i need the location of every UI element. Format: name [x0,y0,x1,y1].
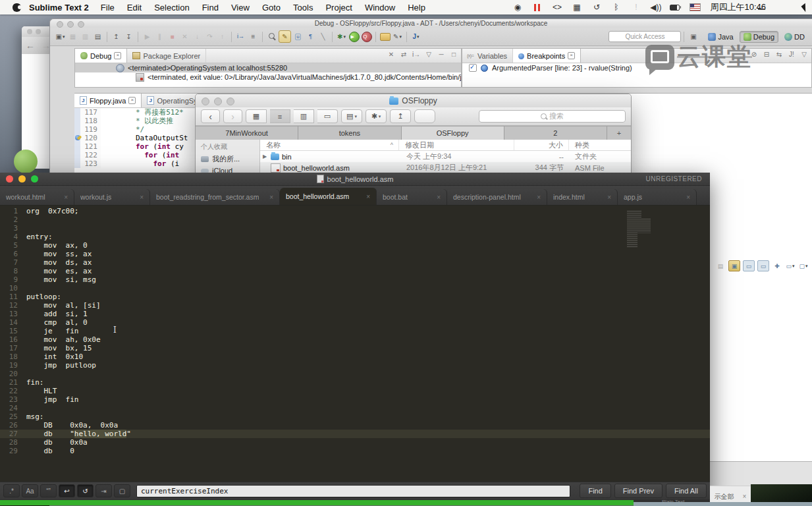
menu-item[interactable]: Goto [262,3,281,13]
resume-icon[interactable]: ▶ [142,31,153,42]
step-filters-icon[interactable]: i→ [235,31,246,42]
battery-icon[interactable] [670,2,681,13]
regex-icon[interactable]: .* [3,484,20,497]
column-header-date[interactable]: 修改日期 [399,140,514,150]
clear-console-icon[interactable]: ▤ [715,261,726,271]
perspective-button[interactable]: DD [781,32,808,42]
action-gear-icon[interactable]: ✱ [365,109,387,123]
sep[interactable] [231,32,232,42]
code-line[interactable]: 27 db "hello, world" [0,430,710,438]
sep[interactable] [262,32,263,42]
keyboard-icon[interactable]: ▦ [571,2,582,13]
breakpoint-gutter[interactable] [74,151,80,159]
print-icon[interactable]: ▤ [92,31,103,42]
menu-item[interactable]: View [231,3,250,13]
run-menu-icon[interactable]: ▶ [348,31,360,42]
block-selection-icon[interactable]: u [292,31,304,42]
finder-tab[interactable]: OSFloppy [402,126,504,140]
breakpoint-gutter[interactable] [74,159,80,168]
code-line[interactable]: 18 int 0x10 [0,352,710,361]
tab-close-icon[interactable] [140,194,144,201]
wrap-icon[interactable]: ↩ [59,484,75,497]
menu-item[interactable]: Tools [293,3,313,13]
column-header-size[interactable]: 大小 [514,140,569,150]
record-icon[interactable]: ◉ [512,2,523,13]
tab-close-icon[interactable] [607,194,611,201]
code-line[interactable]: 3 [0,224,710,233]
code-line[interactable]: 19 jmp putloop [0,361,710,370]
menu-item[interactable]: Help [408,3,425,13]
code-line[interactable]: 14 cmp al, 0 [0,318,710,327]
tag-icon[interactable] [414,109,435,123]
volume-icon[interactable]: ◀)) [650,2,661,13]
code-line[interactable]: 16 mov ah, 0x0e [0,335,710,344]
sublime-tab[interactable]: workout.html [0,189,74,205]
coverflow-view-icon[interactable]: ▭ [317,109,338,123]
maximize-icon[interactable]: □ [449,51,458,58]
code-icon[interactable]: <> [551,2,562,13]
code-line[interactable]: 13 add si, 1 [0,310,710,318]
search-field[interactable]: 搜索 [479,110,626,123]
forward-icon[interactable]: › [223,109,242,123]
close-tab-icon[interactable] [568,52,575,59]
remove-terminated-icon[interactable]: ✕ [387,51,396,58]
show-whitespace-icon[interactable]: ¶ [305,31,316,42]
eclipse-titlebar[interactable]: Debug - OSFloppy/src/Floppy.java - ADT -… [50,19,812,28]
open-console-icon[interactable]: ▢ [798,261,809,271]
menu-clock[interactable]: 周四上午10:46 [710,1,766,13]
code-line[interactable]: 7 mov ds, ax [0,258,710,267]
sublime-window-buttons[interactable] [0,175,38,183]
save-icon[interactable]: ▦ [67,31,78,42]
background-window[interactable]: ←→ [22,26,52,169]
code-line[interactable]: 5 mov ax, 0 [0,241,710,250]
import-icon[interactable]: ↥ [111,31,122,42]
debug-menu-icon[interactable]: ✱ [336,31,347,42]
sublime-tab[interactable]: boot.bat [377,189,447,205]
find-button[interactable]: Find All [666,484,707,498]
sublime-tab[interactable]: index.html [547,189,618,205]
menu-item[interactable]: Edit [127,3,142,13]
close-tab-icon[interactable] [114,52,121,59]
view-menu-icon[interactable]: ▽ [424,51,433,58]
close-icon[interactable]: × [743,493,747,500]
highlight-matches-icon[interactable]: ⇥ [95,484,112,497]
back-icon[interactable]: ‹ [201,109,220,123]
sidebar-item[interactable]: 我的所... [201,154,259,164]
mark-occurrences-icon[interactable]: ✎ [279,30,291,43]
menu-item[interactable]: Window [365,3,395,13]
preserve-case-icon[interactable]: ▢ [114,484,130,497]
disconnect-icon[interactable]: ✕ [179,31,190,42]
finder-window-buttons[interactable] [202,98,234,105]
file-row[interactable]: boot_helloworld.asm 2016年8月12日 上午9:21 34… [260,162,631,173]
code-line[interactable]: 21fin: [0,378,710,387]
whole-word-icon[interactable]: “” [40,484,57,497]
find-button[interactable]: Find [580,484,610,498]
code-line[interactable]: 8 mov es, ax [0,267,710,275]
annotation-icon[interactable]: ╲ [317,31,329,42]
code-line[interactable]: 28 db 0x0a [0,438,710,447]
breakpoint-checkbox[interactable] [469,64,477,72]
code-line[interactable]: 1org 0x7c00; [0,207,710,215]
editor-tab[interactable]: Floppy.java [74,94,142,107]
code-line[interactable]: 2 [0,215,710,224]
open-folder-icon[interactable] [379,31,391,42]
link-editor-icon[interactable]: ⇄ [399,51,408,58]
terminate-icon[interactable]: ■ [167,31,178,42]
show-console-b-icon[interactable]: ▭ [757,260,769,271]
finder-titlebar[interactable]: OSFloppy [196,94,631,107]
sublime-tab[interactable]: boot_helloworld.asm [280,188,377,205]
breakpoint-gutter[interactable] [74,117,80,125]
history-icon[interactable]: ↺ [591,2,602,13]
tab-close-icon[interactable] [537,194,541,201]
sublime-tab[interactable]: description-panel.html [447,189,547,205]
code-line[interactable]: 10 [0,284,710,293]
in-selection-icon[interactable]: ↺ [77,484,94,497]
code-line[interactable]: 29 db 0 [0,447,710,455]
sublime-tab[interactable]: app.js [618,189,697,205]
video-progress-remaining[interactable] [634,502,812,506]
menu-item[interactable]: Project [325,3,352,13]
new-wizard-icon[interactable]: ▣ [55,31,66,42]
code-line[interactable]: 26 DB 0x0a, 0x0a [0,421,710,430]
debug-tree-row[interactable]: <terminated, exit value: 0>/Library/Java… [75,72,461,82]
code-line[interactable]: 25msg: [0,412,710,421]
